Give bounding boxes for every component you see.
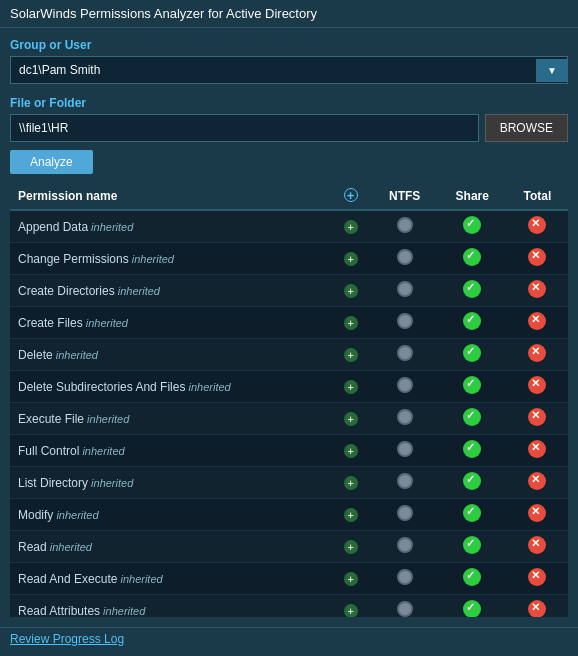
- permission-name-cell: Append Data inherited: [10, 210, 330, 243]
- table-row: Read Attributes inherited+: [10, 595, 568, 618]
- add-permission-icon[interactable]: +: [344, 540, 358, 554]
- share-check-icon: [463, 312, 481, 330]
- add-permission-icon[interactable]: +: [344, 284, 358, 298]
- permission-name: Delete: [18, 348, 53, 362]
- plus-cell[interactable]: +: [330, 275, 372, 307]
- inherited-label: inherited: [117, 573, 162, 585]
- ntfs-cell: [372, 467, 438, 499]
- permissions-table-scroll[interactable]: Permission name + NTFS Share Total Appen…: [10, 182, 568, 617]
- add-permission-icon[interactable]: +: [344, 380, 358, 394]
- ntfs-cell: [372, 595, 438, 618]
- permission-name: Change Permissions: [18, 252, 129, 266]
- plus-cell[interactable]: +: [330, 531, 372, 563]
- plus-cell[interactable]: +: [330, 563, 372, 595]
- col-share: Share: [438, 182, 507, 210]
- share-check-icon: [463, 408, 481, 426]
- total-cell: [507, 563, 568, 595]
- inherited-label: inherited: [53, 349, 98, 361]
- plus-cell[interactable]: +: [330, 499, 372, 531]
- share-cell: [438, 275, 507, 307]
- add-permission-icon[interactable]: +: [344, 348, 358, 362]
- plus-cell[interactable]: +: [330, 403, 372, 435]
- file-folder-label: File or Folder: [10, 96, 568, 110]
- share-cell: [438, 563, 507, 595]
- file-folder-input[interactable]: [10, 114, 479, 142]
- add-permission-icon[interactable]: +: [344, 220, 358, 234]
- add-permission-icon[interactable]: +: [344, 476, 358, 490]
- permission-name-cell: Read Attributes inherited: [10, 595, 330, 618]
- plus-cell[interactable]: +: [330, 210, 372, 243]
- group-user-input[interactable]: [11, 57, 536, 83]
- header-plus-icon[interactable]: +: [344, 188, 358, 202]
- table-row: Read And Execute inherited+: [10, 563, 568, 595]
- total-x-icon: [528, 472, 546, 490]
- plus-cell[interactable]: +: [330, 371, 372, 403]
- total-x-icon: [528, 216, 546, 234]
- col-total: Total: [507, 182, 568, 210]
- share-check-icon: [463, 216, 481, 234]
- ntfs-icon: [397, 601, 413, 617]
- inherited-label: inherited: [84, 413, 129, 425]
- share-cell: [438, 595, 507, 618]
- total-cell: [507, 339, 568, 371]
- permission-name: Create Directories: [18, 284, 115, 298]
- permission-name: Execute File: [18, 412, 84, 426]
- group-user-dropdown-arrow[interactable]: ▼: [536, 59, 567, 82]
- share-cell: [438, 531, 507, 563]
- add-permission-icon[interactable]: +: [344, 412, 358, 426]
- plus-cell[interactable]: +: [330, 243, 372, 275]
- ntfs-icon: [397, 281, 413, 297]
- browse-button[interactable]: BROWSE: [485, 114, 568, 142]
- plus-cell[interactable]: +: [330, 307, 372, 339]
- add-permission-icon[interactable]: +: [344, 444, 358, 458]
- add-permission-icon[interactable]: +: [344, 316, 358, 330]
- share-check-icon: [463, 376, 481, 394]
- permission-name-cell: Full Control inherited: [10, 435, 330, 467]
- total-cell: [507, 595, 568, 618]
- share-check-icon: [463, 568, 481, 586]
- permissions-table-wrapper: Permission name + NTFS Share Total Appen…: [10, 182, 568, 617]
- inherited-label: inherited: [129, 253, 174, 265]
- permission-name-cell: Create Files inherited: [10, 307, 330, 339]
- add-permission-icon[interactable]: +: [344, 572, 358, 586]
- total-cell: [507, 371, 568, 403]
- group-user-label: Group or User: [10, 38, 568, 52]
- total-x-icon: [528, 536, 546, 554]
- permission-name-cell: Read And Execute inherited: [10, 563, 330, 595]
- total-x-icon: [528, 440, 546, 458]
- plus-cell[interactable]: +: [330, 467, 372, 499]
- share-check-icon: [463, 600, 481, 617]
- share-check-icon: [463, 472, 481, 490]
- analyze-button[interactable]: Analyze: [10, 150, 93, 174]
- plus-cell[interactable]: +: [330, 435, 372, 467]
- table-row: List Directory inherited+: [10, 467, 568, 499]
- permission-name-cell: Delete Subdirectories And Files inherite…: [10, 371, 330, 403]
- inherited-label: inherited: [53, 509, 98, 521]
- add-permission-icon[interactable]: +: [344, 604, 358, 618]
- permission-name: List Directory: [18, 476, 88, 490]
- inherited-label: inherited: [100, 605, 145, 617]
- add-permission-icon[interactable]: +: [344, 252, 358, 266]
- total-x-icon: [528, 408, 546, 426]
- review-progress-link[interactable]: Review Progress Log: [10, 632, 124, 646]
- permission-name: Append Data: [18, 220, 88, 234]
- total-x-icon: [528, 568, 546, 586]
- col-plus-header: +: [330, 182, 372, 210]
- permissions-table: Permission name + NTFS Share Total Appen…: [10, 182, 568, 617]
- permission-name: Full Control: [18, 444, 79, 458]
- total-cell: [507, 531, 568, 563]
- plus-cell[interactable]: +: [330, 595, 372, 618]
- plus-cell[interactable]: +: [330, 339, 372, 371]
- ntfs-icon: [397, 537, 413, 553]
- inherited-label: inherited: [115, 285, 160, 297]
- share-cell: [438, 499, 507, 531]
- ntfs-icon: [397, 505, 413, 521]
- inherited-label: inherited: [185, 381, 230, 393]
- table-row: Full Control inherited+: [10, 435, 568, 467]
- share-check-icon: [463, 440, 481, 458]
- ntfs-cell: [372, 371, 438, 403]
- total-cell: [507, 275, 568, 307]
- share-check-icon: [463, 344, 481, 362]
- add-permission-icon[interactable]: +: [344, 508, 358, 522]
- share-check-icon: [463, 536, 481, 554]
